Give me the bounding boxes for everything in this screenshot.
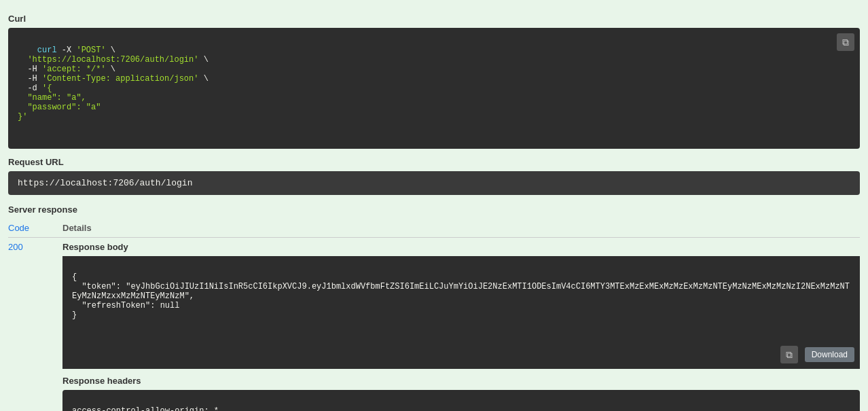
request-url-value: https://localhost:7206/auth/login — [8, 171, 860, 195]
response-code: 200 — [8, 242, 62, 252]
request-url-label: Request URL — [8, 157, 860, 167]
response-headers-label: Response headers — [62, 376, 860, 386]
response-body-label: Response body — [62, 242, 860, 252]
response-body-actions: ⧉ Download — [780, 346, 854, 363]
request-url-section: Request URL https://localhost:7206/auth/… — [8, 157, 860, 195]
curl-code-block: curl -X 'POST' \ 'https://localhost:7206… — [8, 28, 860, 149]
server-response-row: 200 Response body { "token": "eyJhbGciOi… — [8, 238, 860, 411]
response-body-copy-button[interactable]: ⧉ — [780, 346, 798, 363]
server-response-section: Server response Code Details 200 Respons… — [8, 204, 860, 411]
code-column-header: Code — [8, 223, 62, 233]
response-headers-block: access-control-allow-origin: * content-t… — [62, 390, 860, 411]
response-details: Response body { "token": "eyJhbGciOiJIUz… — [62, 242, 860, 411]
curl-label: Curl — [8, 14, 860, 24]
response-body-block: { "token": "eyJhbGciOiJIUzI1NiIsInR5cCI6… — [62, 256, 860, 369]
server-response-label: Server response — [8, 204, 860, 215]
curl-section: Curl curl -X 'POST' \ 'https://localhost… — [8, 14, 860, 149]
server-response-header: Code Details — [8, 219, 860, 238]
download-button[interactable]: Download — [805, 347, 854, 362]
curl-copy-button[interactable]: ⧉ — [837, 33, 854, 51]
copy-icon: ⧉ — [842, 37, 849, 48]
copy-icon: ⧉ — [786, 349, 793, 361]
details-column-header: Details — [62, 223, 860, 233]
